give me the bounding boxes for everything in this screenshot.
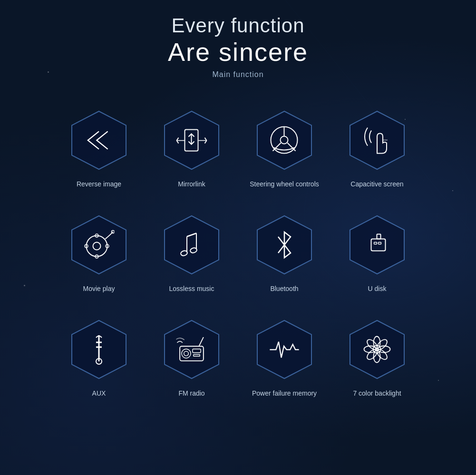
feature-capacitive-screen: Capacitive screen (336, 93, 419, 193)
hexagon-movie-play (63, 209, 135, 281)
icon-steering-wheel (269, 125, 300, 155)
hexagon-backlight (341, 314, 413, 385)
hexagon-bluetooth (249, 209, 320, 281)
svg-rect-58 (194, 354, 200, 356)
hexagon-fm-radio (156, 314, 227, 385)
hexagon-lossless-music (156, 209, 227, 281)
icon-u-disk (362, 232, 393, 258)
headline: Every function Are sincere (168, 14, 308, 67)
svg-point-29 (87, 235, 107, 256)
icon-capacitive-screen (363, 125, 391, 155)
svg-point-22 (281, 136, 288, 144)
svg-point-38 (180, 250, 188, 256)
svg-rect-47 (379, 242, 381, 244)
svg-point-68 (375, 338, 389, 351)
svg-point-69 (365, 348, 379, 361)
feature-steering-wheel: Steering wheel controls (243, 93, 326, 193)
label-u-disk: U disk (368, 284, 387, 293)
icon-lossless-music (177, 229, 206, 260)
icon-movie-play (84, 229, 115, 260)
label-fm-radio: FM radio (178, 389, 204, 397)
feature-power-failure: Power failure memory (243, 302, 326, 402)
hexagon-mirrorlink (156, 105, 227, 176)
label-backlight: 7 color backlight (353, 389, 401, 397)
icon-bluetooth (272, 228, 296, 262)
features-grid: Reverse image Mirr (58, 93, 419, 402)
svg-point-56 (184, 351, 189, 356)
feature-u-disk: U disk (336, 198, 419, 298)
svg-point-67 (375, 348, 389, 361)
label-mirrorlink: Mirrorlink (178, 180, 205, 188)
icon-power-failure (269, 337, 300, 361)
subtitle: Main function (212, 70, 263, 79)
feature-lossless-music: Lossless music (150, 198, 233, 298)
label-capacitive-screen: Capacitive screen (350, 180, 403, 188)
label-power-failure: Power failure memory (252, 389, 317, 397)
svg-rect-46 (374, 242, 377, 244)
hexagon-reverse-image (63, 105, 135, 176)
svg-point-30 (93, 242, 101, 250)
label-reverse-image: Reverse image (77, 180, 121, 188)
hexagon-power-failure (249, 314, 320, 385)
headline-line1: Every function (168, 14, 308, 37)
hexagon-capacitive-screen (341, 105, 413, 176)
feature-movie-play: Movie play (58, 198, 141, 298)
icon-aux (89, 333, 108, 366)
svg-rect-44 (371, 239, 386, 251)
svg-point-40 (190, 247, 197, 253)
feature-aux: AUX (58, 302, 141, 402)
feature-fm-radio: FM radio (150, 302, 233, 402)
svg-rect-45 (377, 234, 381, 239)
label-steering-wheel: Steering wheel controls (250, 180, 319, 188)
feature-reverse-image: Reverse image (58, 93, 141, 193)
hexagon-steering-wheel (249, 105, 320, 176)
svg-line-59 (199, 337, 204, 346)
label-aux: AUX (92, 389, 106, 397)
feature-mirrorlink: Mirrorlink (150, 93, 233, 193)
hexagon-aux (63, 314, 135, 385)
icon-mirrorlink (176, 127, 207, 153)
icon-reverse-image (84, 129, 115, 151)
svg-rect-57 (193, 349, 201, 353)
label-lossless-music: Lossless music (169, 284, 214, 293)
svg-point-66 (365, 338, 379, 351)
headline-line2: Are sincere (168, 37, 308, 67)
icon-backlight (362, 334, 393, 365)
label-movie-play: Movie play (83, 284, 115, 293)
svg-rect-54 (180, 346, 204, 361)
feature-bluetooth: Bluetooth (243, 198, 326, 298)
label-bluetooth: Bluetooth (270, 284, 298, 293)
icon-fm-radio (176, 336, 207, 362)
svg-point-55 (182, 349, 191, 358)
feature-backlight: 7 color backlight (336, 302, 419, 402)
svg-line-41 (187, 233, 196, 236)
hexagon-u-disk (341, 209, 413, 281)
